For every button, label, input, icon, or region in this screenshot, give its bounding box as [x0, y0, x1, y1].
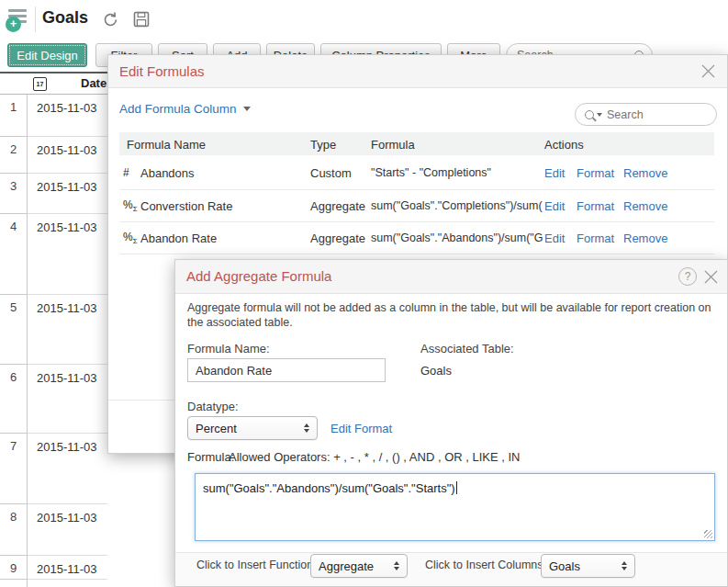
insert-functions-selected-value: Aggregate	[319, 559, 374, 573]
formula-expression: sum("Goals"."Abandons")/sum("G...	[371, 231, 543, 244]
date-cell[interactable]: 2015-11-03	[28, 137, 107, 174]
date-column-header[interactable]: Date	[81, 76, 106, 90]
remove-link[interactable]: Remove	[623, 231, 667, 245]
formula-name-input[interactable]	[187, 358, 386, 382]
format-link[interactable]: Format	[577, 231, 614, 245]
edit-formulas-title: Edit Formulas	[119, 55, 205, 87]
row-number-cell[interactable]: 1	[0, 95, 28, 137]
select-stepper-icon	[622, 561, 627, 570]
formula-table-rows: # Abandons Custom "Starts" - "Completion…	[119, 155, 714, 254]
app-header: + Goals	[0, 0, 728, 39]
formulas-search-input[interactable]	[605, 107, 707, 122]
date-cell[interactable]: 2015-11-03	[28, 580, 107, 587]
edit-link[interactable]: Edit	[544, 231, 565, 245]
date-cell[interactable]: 2015-11-03	[28, 556, 107, 580]
formula-label: Formula:	[187, 450, 234, 464]
table-row[interactable]: 3 2015-11-03	[0, 174, 107, 214]
col-header-type: Type	[310, 137, 336, 151]
datatype-select[interactable]: Percent	[187, 416, 318, 440]
edit-link[interactable]: Edit	[544, 199, 565, 213]
row-number-cell[interactable]: 10	[0, 580, 28, 587]
datatable-rows: 1 2015-11-03 2 2015-11-03 3 2015-11-03 4…	[0, 95, 107, 587]
formulas-search[interactable]	[575, 103, 717, 126]
date-cell[interactable]: 2015-11-03	[28, 95, 107, 137]
edit-formulas-dialog-header: Edit Formulas	[108, 55, 727, 88]
header-divider	[35, 6, 36, 32]
insert-functions-select[interactable]: Aggregate	[310, 554, 408, 578]
refresh-icon[interactable]	[102, 11, 119, 32]
col-header-formula: Formula	[371, 137, 415, 151]
formula-textarea-value: sum("Goals"."Abandons")/sum("Goals"."Sta…	[203, 481, 455, 495]
formula-row: %Σ Abandon Rate Aggregate sum("Goals"."A…	[119, 222, 714, 254]
allowed-operators-text: Allowed Operators: + , - , * , / , () , …	[229, 450, 521, 464]
formula-type: Aggregate	[310, 231, 365, 245]
format-link[interactable]: Format	[577, 199, 614, 213]
add-formula-column-link[interactable]: Add Formula Column	[119, 102, 251, 116]
save-icon[interactable]	[133, 11, 150, 31]
edit-link[interactable]: Edit	[544, 165, 565, 179]
resize-handle-icon[interactable]	[704, 530, 712, 538]
date-cell[interactable]: 2015-11-03	[28, 504, 107, 556]
associated-table-label: Associated Table:	[420, 342, 514, 356]
formulas-table: Formula Name Type Formula Actions # Aban…	[119, 132, 714, 254]
formula-row: # Abandons Custom "Starts" - "Completion…	[119, 155, 714, 190]
close-icon[interactable]	[700, 63, 716, 79]
menu-add-icon[interactable]: +	[6, 8, 30, 32]
formula-name: Abandons	[140, 165, 195, 179]
number-icon: #	[123, 166, 129, 179]
table-row[interactable]: 2 2015-11-03	[0, 137, 107, 174]
insert-columns-label: Click to Insert Columns:	[425, 559, 546, 571]
grid-header-row: 17 Date	[0, 73, 107, 95]
search-icon	[585, 110, 594, 119]
remove-link[interactable]: Remove	[623, 199, 667, 213]
add-aggregate-title: Add Aggregate Formula	[186, 260, 331, 293]
row-number-cell[interactable]: 3	[0, 174, 28, 214]
select-stepper-icon	[304, 423, 309, 433]
date-cell[interactable]: 2015-11-03	[28, 214, 107, 295]
formula-name-label: Formula Name:	[187, 342, 270, 356]
associated-table-value: Goals	[420, 364, 452, 378]
edit-format-link[interactable]: Edit Format	[330, 422, 392, 435]
add-aggregate-dialog-header: Add Aggregate Formula ?	[175, 260, 727, 294]
help-icon[interactable]: ?	[678, 267, 697, 286]
format-link[interactable]: Format	[577, 165, 614, 179]
date-cell[interactable]: 2015-11-03	[28, 434, 107, 504]
insert-functions-label: Click to Insert Functions:	[196, 559, 322, 571]
insert-columns-select[interactable]: Goals	[541, 554, 635, 578]
date-cell[interactable]: 2015-11-03	[28, 174, 107, 214]
table-row[interactable]: 5 2015-11-03	[0, 295, 107, 365]
chevron-down-icon[interactable]	[597, 113, 602, 117]
table-row[interactable]: 4 2015-11-03	[0, 214, 107, 295]
goals-data-grid: 17 Date 1 2015-11-03 2 2015-11-03 3 2015…	[0, 72, 107, 587]
percent-aggregate-icon: %Σ	[123, 198, 138, 213]
percent-aggregate-icon: %Σ	[123, 231, 138, 245]
row-number-cell[interactable]: 9	[0, 556, 28, 580]
row-number-cell[interactable]: 6	[0, 365, 28, 434]
row-number-cell[interactable]: 7	[0, 434, 28, 504]
close-icon[interactable]	[703, 269, 719, 285]
edit-design-button[interactable]: Edit Design	[7, 43, 87, 67]
row-number-cell[interactable]: 5	[0, 295, 28, 365]
date-cell[interactable]: 2015-11-03	[28, 365, 107, 434]
table-row[interactable]: 10 2015-11-03	[0, 580, 107, 587]
table-row[interactable]: 1 2015-11-03	[0, 95, 107, 137]
dialog-description: Aggregate formula will not be added as a…	[187, 300, 718, 330]
row-number-cell[interactable]: 8	[0, 504, 28, 556]
date-cell[interactable]: 2015-11-03	[28, 295, 107, 365]
formula-textarea[interactable]: sum("Goals"."Abandons")/sum("Goals"."Sta…	[195, 473, 715, 541]
formula-name: Abandon Rate	[140, 231, 217, 245]
table-row[interactable]: 6 2015-11-03	[0, 365, 107, 434]
select-stepper-icon	[394, 561, 399, 570]
table-row[interactable]: 8 2015-11-03	[0, 504, 107, 556]
table-row[interactable]: 7 2015-11-03	[0, 434, 107, 504]
remove-link[interactable]: Remove	[623, 165, 667, 179]
menu-bar	[8, 9, 27, 12]
table-row[interactable]: 9 2015-11-03	[0, 556, 107, 580]
page-title: Goals	[42, 8, 88, 28]
insert-columns-selected-value: Goals	[549, 559, 580, 573]
formula-type: Aggregate	[310, 199, 365, 213]
row-number-cell[interactable]: 4	[0, 214, 28, 295]
row-number-cell[interactable]: 2	[0, 137, 28, 174]
formula-expression: sum("Goals"."Completions")/sum(...	[371, 199, 543, 212]
plus-circle-icon[interactable]: +	[6, 17, 21, 32]
